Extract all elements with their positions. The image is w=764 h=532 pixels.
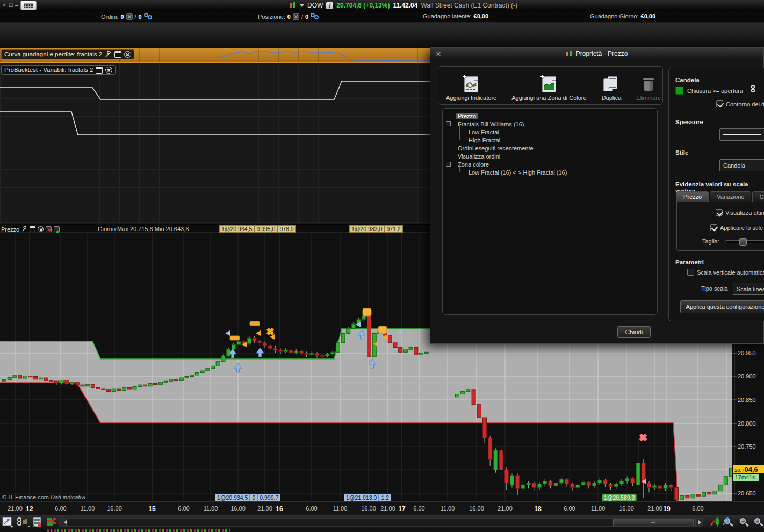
tab-prezzo[interactable]: Prezzo (676, 191, 709, 202)
duplicate-icon (603, 76, 619, 92)
dialog-close-icon[interactable]: ✕ (435, 50, 442, 58)
order-label-open[interactable]: 1@20.964,50.995,0978,0 (219, 225, 296, 233)
zoom-fit-icon[interactable] (723, 517, 734, 528)
outline-checkbox[interactable] (716, 100, 723, 107)
orders-status: Ordini: 0 / 0 (101, 13, 153, 20)
add-indicator-icon: + (464, 76, 478, 92)
order-label-history[interactable]: 1@21.013,01,2 (344, 494, 391, 501)
tree-item-prezzo[interactable]: Prezzo (456, 112, 478, 120)
orders-count2: 0 (139, 13, 142, 20)
zoom-in-icon[interactable]: + (753, 517, 764, 528)
scrollbar-handle[interactable] (613, 519, 694, 526)
variables-panel-header[interactable]: ProBacktest - Variabili: fractals 2 (1, 65, 116, 75)
wrench-icon[interactable] (105, 51, 112, 58)
copyright-note: © IT-Finance.com Dati indicativi (2, 494, 85, 500)
cancel-orders-icon[interactable] (126, 13, 133, 20)
orders-settings-icon[interactable] (144, 13, 153, 20)
buy-order-icon[interactable] (54, 226, 60, 232)
equity-panel-header[interactable]: Curva guadagni e perdite: fractals 2 (1, 49, 134, 59)
tree-item-zona-colore[interactable]: Zona colore (456, 160, 491, 168)
tab-variazione[interactable]: Variazione (710, 191, 751, 202)
chart-scrollbar[interactable] (59, 518, 703, 527)
instrument-name[interactable]: DOW (307, 2, 323, 9)
order-label-history[interactable]: 1@20.934,500.990,7 (215, 494, 280, 501)
tree-item-low-fractal-16-high-fractal-16[interactable]: Low Fractal (16) < > High Fractal (16) (467, 168, 568, 176)
tree-item-label: Ordini eseguiti recentemente (456, 145, 535, 152)
window-minimize-icon[interactable]: – (15, 2, 18, 8)
show-last-checkbox[interactable] (716, 209, 723, 216)
window-close-icon[interactable]: × (3, 2, 6, 8)
close-dialog-button[interactable]: Chiudi (617, 326, 651, 338)
order-label-segment: 0 (250, 494, 257, 501)
tab-cont[interactable]: Cont (752, 191, 764, 202)
time-axis-hour-label: 21.00 (8, 505, 23, 512)
close-panel-icon[interactable] (124, 51, 131, 58)
zoom-out-icon[interactable]: – (739, 517, 749, 528)
indicative-data-text: Dati indicativi (51, 494, 85, 500)
close-panel-icon[interactable] (105, 67, 112, 74)
instrument-dropdown-icon[interactable] (300, 4, 304, 9)
window-icon[interactable] (30, 226, 35, 232)
dialog-toolbar-add-color-zone-button[interactable]: +Aggiungi una Zona di Colore (504, 67, 594, 104)
close-panel-icon[interactable] (38, 226, 44, 232)
titlebar-instrument: DOW i 20.704,6 (+0,13%) 11.42.04 Wall St… (290, 0, 517, 11)
plus-icon: + (539, 73, 546, 80)
keyboard-icon[interactable] (20, 1, 37, 10)
position-settings-icon[interactable] (311, 13, 319, 20)
wrench-icon[interactable] (21, 226, 27, 232)
close-position-icon[interactable] (293, 13, 299, 20)
tree-item-ordini-eseguiti-recentemente[interactable]: Ordini eseguiti recentemente (456, 144, 535, 152)
parameters-heading: Parametri (675, 259, 704, 265)
price-panel-title: Prezzo (1, 226, 19, 233)
autoscale-checkbox[interactable] (687, 269, 694, 276)
scroll-left-icon[interactable] (60, 519, 67, 526)
time-axis-hour-label: 21.00 (647, 505, 662, 512)
thickness-select[interactable] (719, 128, 764, 141)
order-label-open[interactable]: 1@20.983,0971,2 (349, 225, 403, 233)
order-label-segment: 1,2 (379, 494, 391, 501)
info-icon[interactable]: i (326, 2, 333, 9)
dialog-titlebar[interactable]: ✕ Proprietà - Prezzo (430, 48, 763, 60)
dialog-toolbar-label: Duplica (602, 95, 622, 101)
dialog-toolbar-add-indicator-button[interactable]: +Aggiungi Indicatore (438, 67, 504, 104)
draw-tool-icon[interactable] (2, 517, 14, 528)
order-label-filled[interactable]: 1@20.589,3 (602, 494, 637, 501)
market-depth-icon[interactable] (46, 517, 58, 528)
scale-type-select[interactable]: Scala lineare (733, 283, 764, 295)
size-slider[interactable] (725, 240, 764, 243)
style-select[interactable]: Candela (719, 159, 764, 171)
sell-order-icon[interactable] (46, 226, 52, 232)
time-axis-hour-label: 16.00 (361, 505, 376, 512)
tree-item-low-fractal[interactable]: Low Fractal (467, 128, 501, 136)
dialog-toolbar-trash-button[interactable]: Eliminare (629, 67, 668, 104)
time-axis-hour-label: 11.00 (204, 505, 218, 512)
tree-item-label: Fractals Bill Williams (16) (456, 121, 525, 127)
window-icon[interactable] (96, 67, 103, 74)
dialog-toolbar-duplicate-button[interactable]: Duplica (594, 67, 629, 104)
variables-panel-title: ProBacktest - Variabili: fractals 2 (4, 67, 93, 73)
contract-name: Wall Street Cash (E1 Contract) (-) (421, 2, 517, 9)
adjust-candles-icon[interactable] (709, 517, 721, 528)
time-axis[interactable]: 21.00126.0011.0016.00156.0011.0016.0021.… (0, 501, 764, 515)
indicator-tree[interactable]: PrezzoFractals Bill Williams (16)Low Fra… (442, 108, 658, 315)
size-slider-knob[interactable] (739, 238, 747, 246)
tree-item-high-fractal[interactable]: High Fractal (467, 136, 502, 144)
unrealized-pl: Guadagno latente: €0,00 (423, 13, 488, 19)
price-panel-chip[interactable]: Prezzo (1, 226, 60, 233)
style-heading: Stile (675, 149, 688, 156)
outline-label: Contorno del dis (726, 101, 764, 107)
apply-style-checkbox[interactable] (710, 224, 717, 231)
time-axis-hour-label: 16.00 (107, 505, 122, 512)
window-icon[interactable] (114, 51, 121, 58)
news-icon[interactable] (32, 517, 44, 528)
link-candle-icon[interactable] (17, 517, 29, 528)
window-maximize-icon[interactable]: □ (9, 2, 13, 8)
tree-item-fractals-bill-williams-16[interactable]: Fractals Bill Williams (16) (456, 120, 525, 128)
properties-dialog: ✕ Proprietà - Prezzo +Aggiungi Indicator… (430, 47, 764, 344)
apply-config-button[interactable]: Applica questa configurazione (680, 300, 764, 313)
up-candle-color-swatch[interactable] (675, 87, 683, 95)
tree-item-visualizza-ordini[interactable]: Visualizza ordini (456, 152, 502, 160)
order-label-segment: 1@20.934,5 (215, 494, 250, 501)
scroll-right-icon[interactable] (695, 519, 702, 526)
link-colors-icon[interactable] (751, 85, 756, 94)
